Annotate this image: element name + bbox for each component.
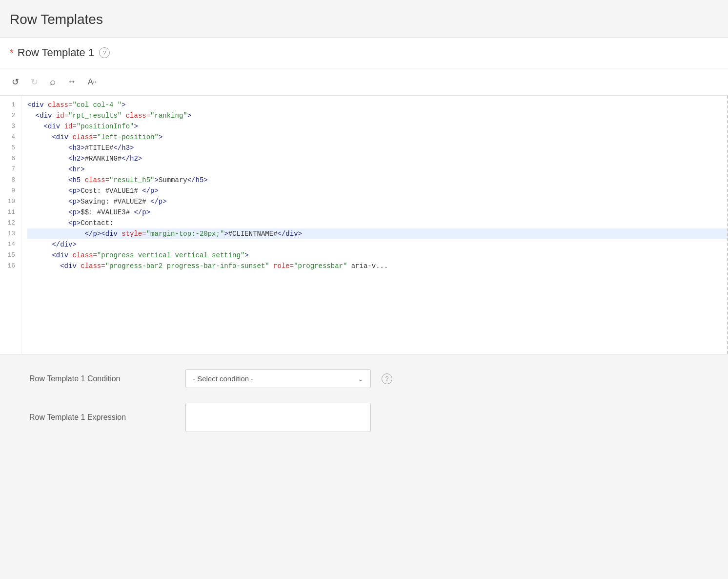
line-num-11: 11 — [4, 207, 15, 218]
bottom-section: Row Template 1 Condition - Select condit… — [0, 354, 728, 461]
line-numbers: 1 2 3 4 5 6 7 8 9 10 11 12 13 14 15 16 — [0, 96, 21, 354]
code-editor[interactable]: 1 2 3 4 5 6 7 8 9 10 11 12 13 14 15 16 — [0, 96, 728, 354]
condition-select[interactable]: - Select condition - ⌄ — [185, 369, 371, 388]
expression-label: Row Template 1 Expression — [29, 413, 185, 422]
condition-select-value: - Select condition - — [193, 374, 253, 383]
row-template-title: Row Template 1 — [18, 46, 94, 59]
code-line-15: <div class="progress vertical vertical_s… — [27, 250, 728, 261]
condition-select-container: - Select condition - ⌄ ? — [185, 369, 392, 388]
format-icon: A·· — [88, 78, 96, 86]
wrap-button[interactable]: ↔ — [63, 74, 80, 90]
format-button[interactable]: A·· — [84, 75, 100, 89]
undo-button[interactable]: ↺ — [8, 74, 23, 90]
code-line-5: <h3>#TITLE#</h3> — [27, 143, 728, 153]
line-num-7: 7 — [4, 164, 15, 175]
code-line-16: <div class="progress-bar2 progress-bar-i… — [27, 261, 728, 271]
main-content: * Row Template 1 ? ↺ ↻ ⌕ ↔ A·· — [0, 38, 728, 461]
expression-input[interactable] — [185, 403, 371, 432]
line-num-10: 10 — [4, 196, 15, 207]
line-num-14: 14 — [4, 239, 15, 250]
page-title-section: Row Templates — [0, 0, 728, 38]
row-template-header: * Row Template 1 ? — [0, 38, 728, 68]
condition-form-row: Row Template 1 Condition - Select condit… — [29, 369, 699, 388]
required-star: * — [10, 47, 14, 59]
code-line-10: <p>Saving: #VALUE2# </p> — [27, 196, 728, 207]
code-lines[interactable]: <div class="col col-4 "> <div id="rpt_re… — [21, 96, 728, 354]
expression-form-row: Row Template 1 Expression — [29, 403, 699, 432]
code-line-1: <div class="col col-4 "> — [27, 100, 728, 110]
code-line-11: <p>$$: #VALUE3# </p> — [27, 207, 728, 218]
code-line-3: <div id="positionInfo"> — [27, 121, 728, 132]
chevron-down-icon: ⌄ — [358, 375, 364, 383]
code-line-13: </p><div style="margin-top:-20px;">#CLIE… — [27, 228, 728, 239]
line-num-8: 8 — [4, 175, 15, 186]
page-container: Row Templates * Row Template 1 ? ↺ ↻ ⌕ ↔… — [0, 0, 728, 579]
line-num-2: 2 — [4, 110, 15, 121]
line-num-9: 9 — [4, 186, 15, 196]
line-num-3: 3 — [4, 121, 15, 132]
line-num-5: 5 — [4, 143, 15, 153]
line-num-15: 15 — [4, 250, 15, 261]
code-line-2: <div id="rpt_results" class="ranking"> — [27, 110, 728, 121]
line-num-6: 6 — [4, 153, 15, 164]
condition-label: Row Template 1 Condition — [29, 374, 185, 383]
line-num-4: 4 — [4, 132, 15, 143]
page-title: Row Templates — [10, 12, 718, 27]
redo-button[interactable]: ↻ — [27, 74, 42, 90]
code-line-4: <div class="left-position"> — [27, 132, 728, 143]
line-num-12: 12 — [4, 218, 15, 228]
line-num-16: 16 — [4, 261, 15, 271]
line-num-1: 1 — [4, 100, 15, 110]
search-button[interactable]: ⌕ — [46, 73, 60, 90]
code-line-12: <p>Contact: — [27, 218, 728, 228]
line-num-13: 13 — [4, 228, 15, 239]
undo-icon: ↺ — [12, 77, 19, 87]
code-line-9: <p>Cost: #VALUE1# </p> — [27, 186, 728, 196]
editor-toolbar: ↺ ↻ ⌕ ↔ A·· — [0, 68, 728, 96]
help-icon[interactable]: ? — [99, 47, 110, 58]
code-line-14: </div> — [27, 239, 728, 250]
redo-icon: ↻ — [31, 77, 38, 87]
condition-help-icon[interactable]: ? — [382, 373, 392, 384]
code-line-8: <h5 class="result_h5">Summary</h5> — [27, 175, 728, 186]
code-line-6: <h2>#RANKING#</h2> — [27, 153, 728, 164]
wrap-icon: ↔ — [67, 77, 76, 87]
code-line-7: <hr> — [27, 164, 728, 175]
search-icon: ⌕ — [50, 76, 56, 87]
